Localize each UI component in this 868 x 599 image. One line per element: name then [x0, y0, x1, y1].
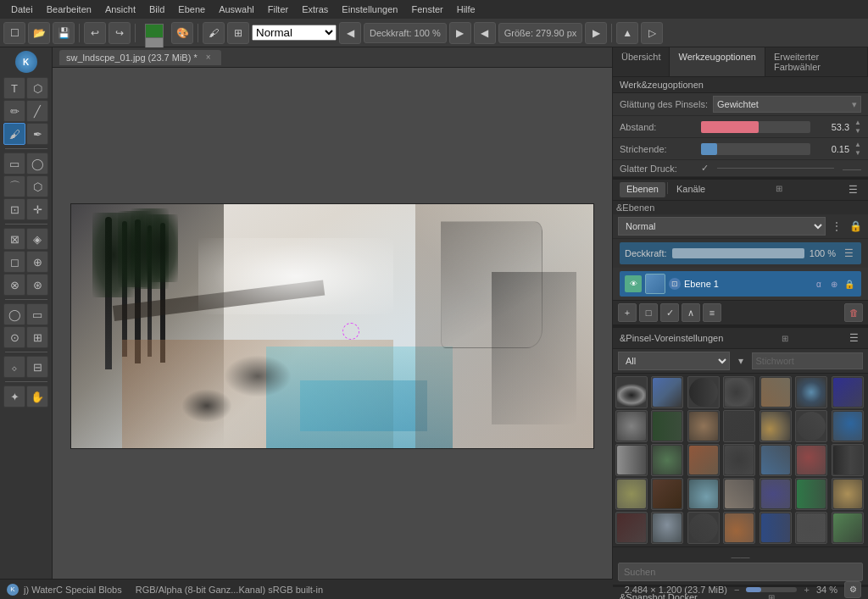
rect-select-tool[interactable]: ▭ [3, 153, 25, 175]
pan-tool[interactable]: ✋ [26, 385, 48, 408]
layer-up-btn[interactable]: ∧ [682, 303, 700, 322]
clone-tool[interactable]: ⊕ [26, 251, 48, 273]
smoothing-select[interactable]: Gewichtet ▾ [713, 96, 861, 113]
eyedropper-tool[interactable]: ✦ [3, 385, 25, 408]
layer-delete-btn[interactable]: 🗑 [844, 303, 863, 322]
menu-ansicht[interactable]: Ansicht [99, 3, 142, 16]
brush-24[interactable] [687, 478, 720, 510]
brush-10[interactable] [687, 410, 720, 442]
layers-tab-active[interactable]: Ebenen [620, 182, 665, 197]
canvas-inner[interactable] [53, 73, 612, 579]
brushes-keyword-input[interactable]: Stichwort [752, 352, 864, 369]
brush-28[interactable] [832, 478, 864, 510]
brush-25[interactable] [723, 478, 755, 510]
zoom-slider[interactable] [746, 587, 797, 592]
filter-tool[interactable]: ◈ [26, 228, 48, 250]
gradient-tool[interactable]: ⊟ [26, 356, 48, 378]
canvas-tab-item[interactable]: sw_lndscpe_01.jpg (23.7 MiB) * × [59, 50, 221, 65]
brush-35[interactable] [832, 512, 864, 544]
layer-item-1[interactable]: 👁 ⊡ Ebene 1 α ⊕ 🔒 [620, 271, 861, 297]
stroke-spinners[interactable]: ▲ ▼ [854, 141, 861, 157]
smart-patch-tool[interactable]: ⊗ [3, 274, 25, 296]
ellipse-tool[interactable]: ◯ [3, 303, 25, 325]
crop-tool[interactable]: ⊡ [3, 198, 25, 220]
mirror-btn[interactable]: ▷ [641, 22, 663, 44]
ellipse-select-tool[interactable]: ◯ [26, 153, 48, 175]
layer-alpha-btn[interactable]: α [812, 277, 826, 291]
text-tool[interactable]: T [3, 77, 25, 99]
tab-overview[interactable]: Übersicht [613, 47, 670, 76]
layer-options-btn[interactable]: ⋮ [829, 219, 844, 234]
brush-11[interactable] [723, 410, 755, 442]
opacity-decrease-btn[interactable]: ◀ [339, 22, 361, 44]
menu-hilfe[interactable]: Hilfe [451, 3, 481, 16]
stroke-up[interactable]: ▲ [854, 141, 861, 148]
tab-advanced-color[interactable]: Erweiterter Farbwähler [765, 47, 868, 76]
layer-add-btn[interactable]: + [618, 303, 637, 322]
freehand-tool[interactable]: ✏ [3, 100, 25, 122]
spacing-spinners[interactable]: ▲ ▼ [854, 119, 861, 135]
brush-22[interactable] [615, 478, 648, 510]
contiguous-tool[interactable]: ⊞ [26, 326, 48, 348]
brush-15[interactable] [615, 444, 648, 476]
save-btn[interactable]: 💾 [53, 22, 75, 44]
brush-31[interactable] [687, 512, 720, 544]
brush-32[interactable] [723, 512, 755, 544]
brush-30[interactable] [651, 512, 683, 544]
new-document-btn[interactable]: ☐ [3, 22, 25, 44]
size-increase-btn[interactable]: ▶ [585, 22, 607, 44]
brush-21[interactable] [832, 444, 864, 476]
path-tool[interactable]: ⬡ [26, 175, 48, 197]
rect-tool[interactable]: ▭ [26, 303, 48, 325]
channels-tab[interactable]: Kanäle [670, 182, 712, 197]
redo-btn[interactable]: ↪ [108, 22, 131, 44]
brush-4[interactable] [723, 376, 755, 408]
stroke-down[interactable]: ▼ [854, 149, 861, 157]
layer-check-btn[interactable]: ✓ [660, 303, 679, 322]
brush-13[interactable] [795, 410, 827, 442]
menu-einstellungen[interactable]: Einstellungen [336, 3, 403, 16]
lasso-tool[interactable]: ⌒ [3, 175, 25, 197]
menu-fenster[interactable]: Fenster [405, 3, 448, 16]
brush-20[interactable] [795, 444, 827, 476]
brush-19[interactable] [760, 444, 792, 476]
brush-29[interactable] [615, 512, 648, 544]
color-picker-btn[interactable]: 🎨 [171, 22, 193, 44]
colorize-tool[interactable]: ⊛ [26, 274, 48, 296]
angle-btn[interactable]: ▲ [616, 22, 638, 44]
brush-tool[interactable]: 🖌 [3, 123, 25, 145]
brush-26[interactable] [760, 478, 792, 510]
zoom-minus-btn[interactable]: − [734, 585, 739, 595]
menu-datei[interactable]: Datei [5, 3, 39, 16]
brushes-menu-btn[interactable]: ☰ [846, 330, 861, 346]
fill-tool[interactable]: ⬦ [3, 356, 25, 378]
blend-mode-select[interactable]: Normal Multiplizieren Abdunkeln [252, 25, 337, 41]
tab-tool-options[interactable]: Werkzeugoptionen [670, 47, 765, 76]
brush-23[interactable] [651, 478, 683, 510]
line-tool[interactable]: ╱ [26, 100, 48, 122]
layer-inherit-btn[interactable]: ⊕ [827, 277, 841, 291]
move-tool[interactable]: ✛ [26, 198, 48, 220]
statusbar-settings-btn[interactable]: ⚙ [844, 581, 861, 598]
color-selector[interactable] [140, 19, 169, 47]
open-btn[interactable]: 📂 [28, 22, 50, 44]
brush-7[interactable] [832, 376, 864, 408]
layer-lock-btn[interactable]: 🔒 [848, 219, 863, 234]
brush-34[interactable] [795, 512, 827, 544]
layer-group-btn[interactable]: □ [639, 303, 658, 322]
menu-ebene[interactable]: Ebene [172, 3, 211, 16]
spacing-slider[interactable] [701, 121, 810, 133]
brush-8[interactable] [615, 410, 648, 442]
brushes-filter-btn[interactable]: ▾ [733, 353, 748, 369]
layer-opacity-menu[interactable]: ☰ [841, 246, 856, 261]
menu-bearbeiten[interactable]: Bearbeiten [41, 3, 97, 16]
brush-preset-btn[interactable]: 🖌 [203, 22, 225, 44]
brushes-filter-select[interactable]: All [618, 352, 730, 370]
menu-filter[interactable]: Filter [262, 3, 294, 16]
canvas-image[interactable] [70, 203, 594, 449]
brush-33[interactable] [760, 512, 792, 544]
brush-18[interactable] [723, 444, 755, 476]
zoom-plus-btn[interactable]: + [804, 585, 809, 595]
smooth-check[interactable]: ✓ [701, 163, 709, 174]
menu-bild[interactable]: Bild [143, 3, 170, 16]
